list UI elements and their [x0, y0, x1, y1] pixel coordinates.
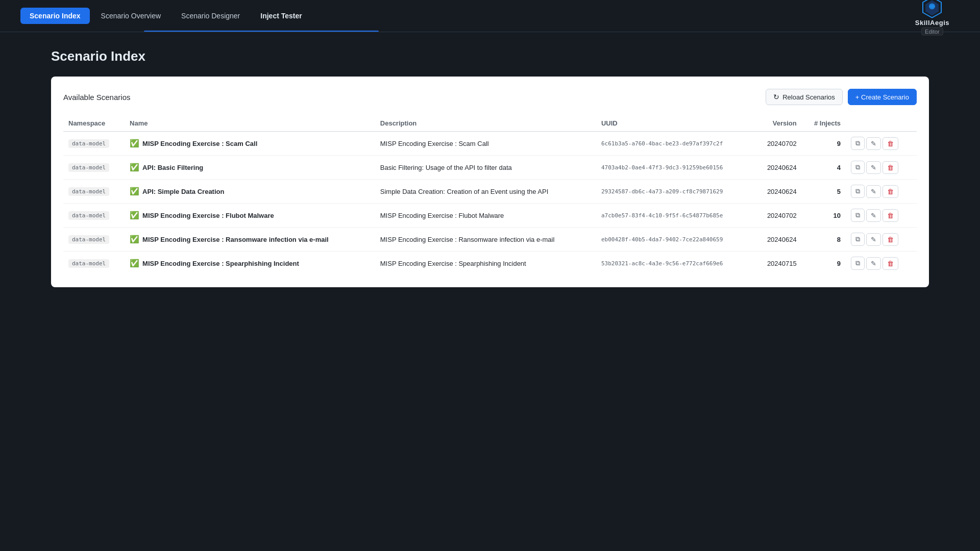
namespace-badge: data-model	[68, 139, 109, 148]
col-actions	[846, 115, 917, 132]
logo-icon	[921, 0, 943, 19]
scenario-uuid: 6c61b3a5-a760-4bac-be23-de97af397c2f	[596, 132, 754, 156]
scenario-description: Simple Data Creation: Creation of an Eve…	[375, 180, 596, 204]
scenario-uuid: 53b20321-ac8c-4a3e-9c56-e772caf669e6	[596, 252, 754, 276]
col-name: Name	[125, 115, 375, 132]
navbar: Scenario Index Scenario Overview Scenari…	[0, 0, 980, 32]
copy-button[interactable]: ⧉	[851, 209, 865, 222]
scenarios-table: Namespace Name Description UUID Version …	[63, 115, 917, 275]
scenario-name: ✅ API: Simple Data Creation	[130, 187, 370, 196]
table-row: data-model ✅ API: Basic Filtering Basic …	[63, 156, 917, 180]
nav-underline	[144, 31, 379, 32]
namespace-badge: data-model	[68, 259, 109, 268]
col-description: Description	[375, 115, 596, 132]
copy-button[interactable]: ⧉	[851, 137, 865, 150]
scenario-injects: 8	[802, 228, 846, 252]
table-row: data-model ✅ MISP Encoding Exercise : Sp…	[63, 252, 917, 276]
col-version: Version	[754, 115, 801, 132]
copy-button[interactable]: ⧉	[851, 161, 865, 174]
card-header: Available Scenarios ↻ Reload Scenarios +…	[63, 89, 917, 105]
nav-scenario-designer[interactable]: Scenario Designer	[172, 8, 249, 24]
scenario-description: MISP Encoding Exercise : Spearphishing I…	[375, 252, 596, 276]
delete-button[interactable]: 🗑	[883, 161, 898, 174]
scenario-description: MISP Encoding Exercise : Scam Call	[375, 132, 596, 156]
logo-badge: Editor	[921, 28, 943, 36]
namespace-badge: data-model	[68, 211, 109, 220]
delete-button[interactable]: 🗑	[883, 233, 898, 246]
scenario-version: 20240624	[754, 180, 801, 204]
edit-button[interactable]: ✎	[866, 185, 881, 198]
status-ok-icon: ✅	[130, 211, 139, 220]
scenario-name: ✅ MISP Encoding Exercise : Ransomware in…	[130, 235, 370, 244]
scenario-injects: 10	[802, 204, 846, 228]
scenario-injects: 4	[802, 156, 846, 180]
row-actions: ⧉ ✎ 🗑	[846, 156, 917, 179]
scenario-injects: 9	[802, 252, 846, 276]
scenario-description: MISP Encoding Exercise : Ransomware infe…	[375, 228, 596, 252]
nav-inject-tester[interactable]: Inject Tester	[251, 8, 311, 24]
delete-button[interactable]: 🗑	[883, 185, 898, 198]
scenario-version: 20240702	[754, 204, 801, 228]
logo-area: SkillAegis Editor	[915, 0, 949, 36]
status-ok-icon: ✅	[130, 163, 139, 172]
edit-button[interactable]: ✎	[866, 233, 881, 246]
nav-items: Scenario Index Scenario Overview Scenari…	[20, 8, 311, 24]
nav-scenario-overview[interactable]: Scenario Overview	[92, 8, 170, 24]
namespace-badge: data-model	[68, 163, 109, 172]
table-row: data-model ✅ MISP Encoding Exercise : Sc…	[63, 132, 917, 156]
scenario-version: 20240702	[754, 132, 801, 156]
card-header-actions: ↻ Reload Scenarios + Create Scenario	[766, 89, 917, 105]
nav-scenario-index[interactable]: Scenario Index	[20, 8, 90, 24]
create-label: + Create Scenario	[855, 93, 909, 101]
create-scenario-button[interactable]: + Create Scenario	[848, 89, 917, 105]
table-row: data-model ✅ API: Simple Data Creation S…	[63, 180, 917, 204]
status-ok-icon: ✅	[130, 259, 139, 268]
table-body: data-model ✅ MISP Encoding Exercise : Sc…	[63, 132, 917, 276]
scenario-injects: 9	[802, 132, 846, 156]
delete-button[interactable]: 🗑	[883, 137, 898, 150]
reload-icon: ↻	[773, 93, 779, 101]
scenario-injects: 5	[802, 180, 846, 204]
scenario-uuid: a7cb0e57-83f4-4c10-9f5f-6c54877b685e	[596, 204, 754, 228]
namespace-badge: data-model	[68, 187, 109, 196]
edit-button[interactable]: ✎	[866, 137, 881, 150]
copy-button[interactable]: ⧉	[851, 185, 865, 198]
delete-button[interactable]: 🗑	[883, 257, 898, 270]
table-row: data-model ✅ MISP Encoding Exercise : Fl…	[63, 204, 917, 228]
row-actions: ⧉ ✎ 🗑	[846, 180, 917, 203]
namespace-badge: data-model	[68, 235, 109, 244]
status-ok-icon: ✅	[130, 235, 139, 244]
status-ok-icon: ✅	[130, 139, 139, 148]
scenario-name: ✅ MISP Encoding Exercise : Flubot Malwar…	[130, 211, 370, 220]
scenario-name: ✅ MISP Encoding Exercise : Scam Call	[130, 139, 370, 148]
page-wrapper: Scenario Index Available Scenarios ↻ Rel…	[0, 32, 980, 551]
col-uuid: UUID	[596, 115, 754, 132]
col-injects: # Injects	[802, 115, 846, 132]
page-title: Scenario Index	[51, 48, 929, 64]
table-header: Namespace Name Description UUID Version …	[63, 115, 917, 132]
table-row: data-model ✅ MISP Encoding Exercise : Ra…	[63, 228, 917, 252]
scenario-version: 20240624	[754, 228, 801, 252]
scenario-description: Basic Filtering: Usage of the API to fil…	[375, 156, 596, 180]
logo-name: SkillAegis	[915, 19, 949, 27]
delete-button[interactable]: 🗑	[883, 209, 898, 222]
scenario-version: 20240624	[754, 156, 801, 180]
copy-button[interactable]: ⧉	[851, 233, 865, 246]
scenario-uuid: 29324587-db6c-4a73-a209-cf8c79871629	[596, 180, 754, 204]
edit-button[interactable]: ✎	[866, 161, 881, 174]
row-actions: ⧉ ✎ 🗑	[846, 252, 917, 275]
edit-button[interactable]: ✎	[866, 257, 881, 270]
scenarios-card: Available Scenarios ↻ Reload Scenarios +…	[51, 77, 929, 287]
card-header-title: Available Scenarios	[63, 93, 130, 102]
scenario-name: ✅ MISP Encoding Exercise : Spearphishing…	[130, 259, 370, 268]
reload-label: Reload Scenarios	[782, 93, 835, 101]
scenario-uuid: eb00428f-40b5-4da7-9402-7ce22a840659	[596, 228, 754, 252]
status-ok-icon: ✅	[130, 187, 139, 196]
copy-button[interactable]: ⧉	[851, 257, 865, 270]
scenario-name: ✅ API: Basic Filtering	[130, 163, 370, 172]
reload-scenarios-button[interactable]: ↻ Reload Scenarios	[766, 89, 843, 105]
row-actions: ⧉ ✎ 🗑	[846, 132, 917, 155]
row-actions: ⧉ ✎ 🗑	[846, 204, 917, 227]
row-actions: ⧉ ✎ 🗑	[846, 228, 917, 251]
edit-button[interactable]: ✎	[866, 209, 881, 222]
